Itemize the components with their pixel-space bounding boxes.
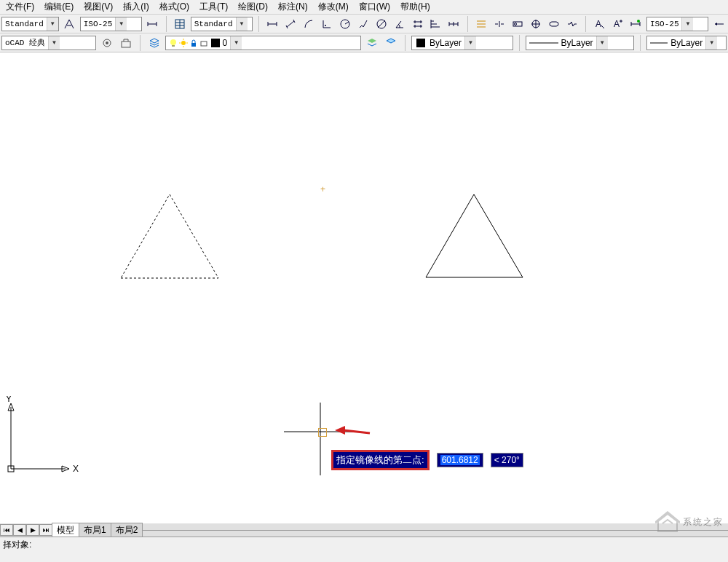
triangle-dashed — [121, 194, 218, 278]
table-style-combo[interactable]: Standard ▼ — [191, 17, 253, 31]
layout-tabs: ⏮ ◀ ▶ ⏭ 模型 布局1 布局2 — [0, 523, 728, 537]
tab-next-button[interactable]: ▶ — [26, 524, 39, 536]
dim-quick-icon[interactable] — [410, 16, 425, 32]
tab-last-button[interactable]: ⏭ — [39, 524, 52, 536]
svg-rect-16 — [172, 45, 175, 47]
dropdown-icon: ▼ — [115, 17, 127, 31]
menu-help[interactable]: 帮助(H) — [396, 0, 435, 15]
dim-style-combo[interactable]: ISO-25 ▼ — [80, 17, 142, 31]
dim-radius-icon[interactable] — [337, 16, 352, 32]
plot-icon — [199, 39, 208, 47]
svg-rect-14 — [122, 41, 130, 47]
dynamic-distance-input[interactable]: 601.6812 — [437, 453, 483, 467]
ucs-icon: Y X — [4, 396, 84, 476]
lightbulb-icon — [169, 39, 178, 47]
dropdown-icon: ▼ — [48, 36, 60, 50]
menu-bar: 文件(F) 编辑(E) 视图(V) 插入(I) 格式(O) 工具(T) 绘图(D… — [0, 0, 728, 15]
svg-point-13 — [106, 41, 108, 44]
layer-state-icon[interactable] — [383, 35, 399, 51]
svg-point-15 — [170, 39, 176, 45]
color-combo[interactable]: ByLayer ▼ — [411, 36, 513, 50]
inspection-icon[interactable] — [546, 16, 561, 32]
dim-continue-icon[interactable] — [446, 16, 462, 32]
svg-text:X: X — [73, 464, 79, 474]
dim-tedit-icon[interactable]: A — [610, 16, 625, 32]
center-mark-icon[interactable] — [528, 16, 543, 32]
menu-insert[interactable]: 插入(I) — [119, 0, 153, 15]
dropdown-icon: ▼ — [681, 17, 693, 31]
layer-props-icon[interactable] — [146, 35, 162, 51]
menu-view[interactable]: 视图(V) — [79, 0, 117, 15]
menu-format[interactable]: 格式(O) — [155, 0, 194, 15]
dim-edit-icon[interactable]: A — [592, 16, 607, 32]
svg-marker-11 — [715, 23, 717, 25]
textstyle-button[interactable] — [62, 16, 77, 32]
color-value: ByLayer — [412, 38, 464, 48]
watermark-house-icon — [655, 511, 680, 533]
dim-baseline-icon[interactable] — [428, 16, 443, 32]
svg-point-5 — [515, 23, 517, 25]
dropdown-icon: ▼ — [464, 36, 476, 50]
layer-value: 0 — [166, 38, 231, 48]
workspace-combo[interactable]: oCAD 经典 ▼ — [1, 36, 96, 50]
tab-prev-button[interactable]: ◀ — [13, 524, 26, 536]
menu-tools[interactable]: 工具(T) — [195, 0, 232, 15]
dim-angular-icon[interactable] — [392, 16, 407, 32]
command-line[interactable]: 择对象: — [0, 537, 728, 562]
drawing-canvas[interactable]: + 指定镜像线的第二点: 601.6812 < 270° Y X — [0, 53, 728, 523]
dim-style-button[interactable] — [711, 16, 727, 32]
menu-file[interactable]: 文件(F) — [1, 0, 39, 15]
dynamic-prompt: 指定镜像线的第二点: — [331, 450, 430, 470]
tab-layout1[interactable]: 布局1 — [79, 523, 111, 538]
jogged-linear-icon[interactable] — [564, 16, 579, 32]
text-style-combo[interactable]: Standard ▼ — [1, 17, 59, 31]
svg-point-10 — [637, 20, 640, 23]
svg-point-17 — [181, 41, 186, 45]
lineweight-combo[interactable]: ByLayer ▼ — [646, 36, 727, 50]
svg-line-25 — [344, 430, 370, 433]
tab-model[interactable]: 模型 — [52, 523, 79, 538]
tab-first-button[interactable]: ⏮ — [0, 524, 13, 536]
tab-layout2[interactable]: 布局2 — [111, 523, 143, 538]
dim-jogged-icon[interactable] — [355, 16, 371, 32]
toolbox-icon[interactable] — [118, 35, 134, 51]
menu-edit[interactable]: 编辑(E) — [40, 0, 78, 15]
dim-diameter-icon[interactable] — [373, 16, 389, 32]
dim-linear-icon[interactable] — [265, 16, 280, 32]
dropdown-icon: ▼ — [705, 36, 717, 50]
dynamic-angle-input[interactable]: < 270° — [491, 453, 523, 467]
workspace-settings-icon[interactable] — [99, 35, 115, 51]
menu-modify[interactable]: 修改(M) — [314, 0, 353, 15]
dim-space-icon[interactable] — [474, 16, 489, 32]
layer-combo[interactable]: 0 ▼ — [165, 36, 361, 50]
layer-previous-icon[interactable] — [364, 35, 380, 51]
dim-break-icon[interactable] — [492, 16, 507, 32]
tablestyle-button[interactable] — [173, 16, 188, 32]
menu-window[interactable]: 窗口(W) — [355, 0, 395, 15]
table-style-value: Standard — [191, 20, 236, 28]
tolerance-icon[interactable] — [510, 16, 526, 32]
linetype-preview-icon — [529, 39, 558, 47]
tab-nav: ⏮ ◀ ▶ ⏭ — [0, 524, 52, 536]
dim-arc-icon[interactable] — [301, 16, 317, 32]
dropdown-icon: ▼ — [236, 17, 248, 31]
toolbar-row-2: oCAD 经典 ▼ 0 ▼ ByLayer ▼ ByLayer ▼ — [0, 33, 728, 52]
dim-update-icon[interactable] — [628, 16, 644, 32]
linetype-combo[interactable]: ByLayer ▼ — [526, 36, 635, 50]
menu-draw[interactable]: 绘图(D) — [234, 0, 272, 15]
annotation-arrow-icon — [335, 424, 371, 439]
dim-ordinate-icon[interactable] — [320, 16, 335, 32]
svg-text:A: A — [614, 19, 620, 29]
dimstyle-button[interactable] — [145, 16, 160, 32]
dim-aligned-icon[interactable] — [283, 16, 298, 32]
menu-dimension[interactable]: 标注(N) — [274, 0, 312, 15]
dropdown-icon: ▼ — [596, 36, 608, 50]
dim-style-combo-2[interactable]: ISO-25 ▼ — [646, 17, 708, 31]
svg-text:Y: Y — [6, 396, 12, 404]
dim-style-value: ISO-25 — [81, 20, 116, 28]
color-swatch-icon — [211, 39, 220, 47]
dropdown-icon: ▼ — [230, 36, 242, 50]
workspace-value: oCAD 经典 — [2, 37, 48, 48]
basepoint-marker-icon: + — [320, 184, 325, 194]
toolbar-row-1: Standard ▼ ISO-25 ▼ Standard ▼ A A ISO-2… — [0, 15, 728, 33]
